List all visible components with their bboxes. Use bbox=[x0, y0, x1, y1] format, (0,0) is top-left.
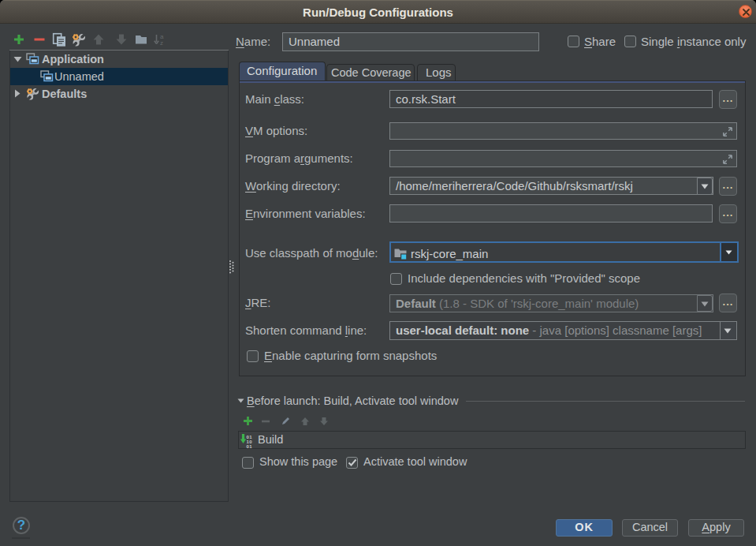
svg-text:01: 01 bbox=[247, 444, 253, 448]
svg-text:z: z bbox=[160, 39, 163, 46]
